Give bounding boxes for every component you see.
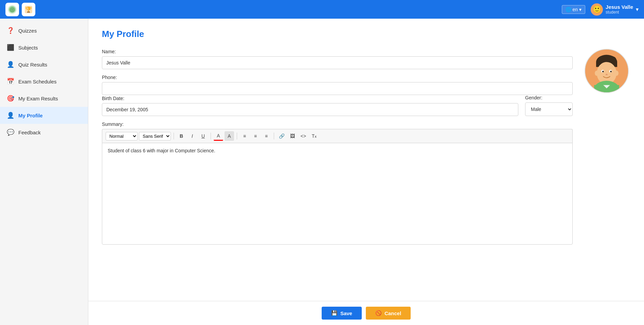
user-info-text: Jesus Valle student bbox=[606, 4, 633, 15]
feedback-icon: 💬 bbox=[7, 129, 14, 136]
sidebar-label-my-exam-results: My Exam Results bbox=[18, 96, 58, 101]
name-label: Name: bbox=[102, 49, 573, 54]
birth-gender-row: Birth Date: Gender: Male Female Other bbox=[102, 95, 573, 116]
image-button[interactable]: 🖼 bbox=[288, 131, 297, 141]
svg-point-16 bbox=[614, 71, 619, 76]
quizzes-icon: ❓ bbox=[7, 27, 14, 34]
phone-label: Phone: bbox=[102, 75, 573, 80]
sidebar-label-subjects: Subjects bbox=[18, 45, 38, 51]
profile-avatar[interactable] bbox=[585, 49, 629, 93]
svg-text:◎: ◎ bbox=[10, 6, 15, 12]
sidebar-label-my-profile: My Profile bbox=[18, 113, 43, 118]
ordered-list-button[interactable]: ≡ bbox=[240, 131, 249, 141]
toolbar-divider-2 bbox=[211, 133, 211, 139]
underline-button[interactable]: U bbox=[198, 131, 208, 141]
bottom-action-bar: 💾 Save 🚫 Cancel bbox=[88, 301, 644, 325]
save-icon: 💾 bbox=[331, 310, 338, 316]
gender-select[interactable]: Male Female Other bbox=[525, 102, 573, 116]
highlight-button[interactable]: A bbox=[225, 131, 234, 141]
toolbar-divider-4 bbox=[274, 133, 274, 139]
main-content: My Profile Name: Phone: Birth Date: Gend… bbox=[88, 19, 644, 325]
form-fields: Name: Phone: Birth Date: Gender: Male bbox=[102, 49, 573, 245]
exam-schedules-icon: 📅 bbox=[7, 78, 14, 85]
logo-icon-2[interactable]: 🏆 bbox=[22, 3, 35, 16]
name-input[interactable] bbox=[102, 56, 573, 69]
lang-chevron-icon: ▾ bbox=[579, 7, 582, 12]
sidebar: ❓ Quizzes ⬛ Subjects 👤 Quiz Results 📅 Ex… bbox=[0, 19, 88, 325]
svg-text:🏆: 🏆 bbox=[25, 6, 32, 13]
user-name-header: Jesus Valle bbox=[606, 4, 633, 10]
layout: ❓ Quizzes ⬛ Subjects 👤 Quiz Results 📅 Ex… bbox=[0, 19, 644, 325]
summary-text: Student of class 6 with major in Compute… bbox=[108, 148, 215, 153]
user-menu[interactable]: 🙂 Jesus Valle student ▾ bbox=[591, 3, 639, 16]
header-right: 🌐 en ▾ 🙂 Jesus Valle student ▾ bbox=[562, 3, 639, 16]
sidebar-item-quizzes[interactable]: ❓ Quizzes bbox=[0, 22, 88, 39]
sidebar-item-quiz-results[interactable]: 👤 Quiz Results bbox=[0, 56, 88, 73]
editor-toolbar: Normal Heading 1 Sans Serif Serif B I U … bbox=[102, 129, 573, 143]
svg-point-12 bbox=[602, 71, 604, 73]
avatar-section bbox=[583, 49, 630, 245]
indent-button[interactable]: ≡ bbox=[262, 131, 271, 141]
header: ◎ 🏆 🌐 en ▾ 🙂 Jesus Valle student ▾ bbox=[0, 0, 644, 19]
logo-icon-1[interactable]: ◎ bbox=[5, 3, 19, 16]
toolbar-divider-3 bbox=[237, 133, 237, 139]
code-button[interactable]: <> bbox=[299, 131, 308, 141]
my-exam-results-icon: 🎯 bbox=[7, 95, 14, 102]
cancel-icon: 🚫 bbox=[375, 310, 382, 316]
save-button[interactable]: 💾 Save bbox=[322, 307, 362, 320]
user-role-header: student bbox=[606, 10, 633, 15]
svg-point-14 bbox=[606, 74, 608, 75]
user-avatar-header: 🙂 bbox=[591, 3, 603, 16]
bold-button[interactable]: B bbox=[177, 131, 186, 141]
svg-point-13 bbox=[610, 71, 612, 73]
text-style-select[interactable]: Normal Heading 1 bbox=[106, 132, 138, 140]
sidebar-label-quiz-results: Quiz Results bbox=[18, 62, 47, 68]
quiz-results-icon: 👤 bbox=[7, 61, 14, 68]
sidebar-item-my-exam-results[interactable]: 🎯 My Exam Results bbox=[0, 90, 88, 107]
user-chevron-icon: ▾ bbox=[636, 6, 639, 13]
svg-point-8 bbox=[606, 56, 616, 62]
sidebar-item-my-profile[interactable]: 👤 My Profile bbox=[0, 107, 88, 124]
subjects-icon: ⬛ bbox=[7, 44, 14, 51]
cancel-label: Cancel bbox=[384, 310, 401, 316]
bottom-spacer bbox=[102, 245, 630, 272]
sidebar-label-quizzes: Quizzes bbox=[18, 28, 37, 34]
cancel-button[interactable]: 🚫 Cancel bbox=[366, 307, 411, 320]
language-button[interactable]: 🌐 en ▾ bbox=[562, 5, 586, 14]
clear-format-button[interactable]: Tx bbox=[309, 131, 319, 141]
font-family-select[interactable]: Sans Serif Serif bbox=[139, 132, 171, 140]
toolbar-divider-1 bbox=[174, 133, 174, 139]
svg-point-15 bbox=[595, 71, 599, 76]
gender-field: Gender: Male Female Other bbox=[525, 95, 573, 116]
italic-button[interactable]: I bbox=[187, 131, 197, 141]
birth-input[interactable] bbox=[102, 103, 518, 116]
gender-label: Gender: bbox=[525, 95, 573, 100]
my-profile-icon: 👤 bbox=[7, 112, 14, 119]
summary-editor[interactable]: Student of class 6 with major in Compute… bbox=[102, 143, 573, 245]
sidebar-label-exam-schedules: Exam Schedules bbox=[18, 79, 57, 84]
unordered-list-button[interactable]: ≡ bbox=[251, 131, 260, 141]
link-button[interactable]: 🔗 bbox=[277, 131, 286, 141]
sidebar-item-subjects[interactable]: ⬛ Subjects bbox=[0, 39, 88, 56]
save-label: Save bbox=[340, 310, 352, 316]
summary-label: Summary: bbox=[102, 121, 573, 127]
phone-input[interactable] bbox=[102, 82, 573, 95]
sidebar-item-feedback[interactable]: 💬 Feedback bbox=[0, 124, 88, 141]
sidebar-label-feedback: Feedback bbox=[18, 130, 41, 135]
sidebar-item-exam-schedules[interactable]: 📅 Exam Schedules bbox=[0, 73, 88, 90]
globe-icon: 🌐 bbox=[566, 7, 571, 12]
birth-field: Birth Date: bbox=[102, 96, 518, 116]
profile-form: Name: Phone: Birth Date: Gender: Male bbox=[102, 49, 630, 245]
birth-label: Birth Date: bbox=[102, 96, 518, 101]
logo-area: ◎ 🏆 bbox=[5, 3, 35, 16]
font-color-button[interactable]: A bbox=[214, 131, 223, 141]
page-title: My Profile bbox=[102, 29, 630, 39]
lang-label: en bbox=[573, 7, 578, 12]
